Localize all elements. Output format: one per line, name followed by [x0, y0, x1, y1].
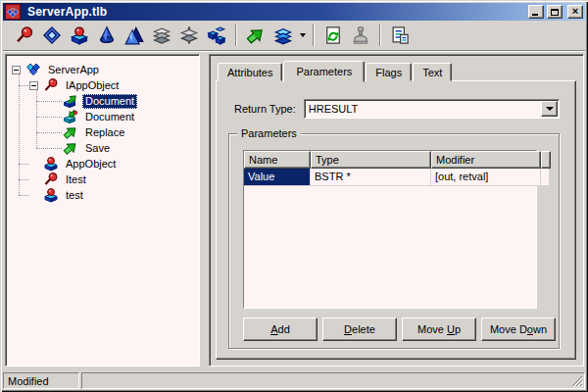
export-idl-button[interactable] [386, 23, 414, 48]
new-module-button[interactable] [203, 23, 230, 48]
tree-item-label: AppObject [63, 157, 119, 172]
parameters-tab-panel: Return Type: HRESULT Parameters Name Typ… [216, 80, 576, 360]
new-dispinterface-icon [42, 25, 62, 45]
main-area: ServerApp IAppObject Document Document R… [3, 51, 585, 368]
tree-item-document-propget[interactable]: Document [6, 93, 199, 109]
refresh-implementation-button[interactable] [319, 23, 347, 48]
column-header-type[interactable]: Type [311, 151, 431, 169]
return-type-value: HRESULT [305, 100, 540, 118]
status-modified-panel: Modified [3, 372, 79, 389]
window-title: ServerApp.tlb [27, 5, 525, 19]
interface-icon [43, 172, 59, 187]
column-header-modifier[interactable]: Modifier [431, 151, 541, 169]
return-type-label: Return Type: [234, 103, 296, 115]
tree-item-replace[interactable]: Replace [6, 124, 199, 140]
combobox-dropdown-button[interactable] [541, 101, 558, 117]
tab-text[interactable]: Text [413, 63, 452, 81]
status-bar: Modified [3, 369, 585, 389]
tree-item-itest[interactable]: Itest [6, 172, 199, 187]
tree-item-label: Replace [82, 125, 127, 140]
tab-parameters[interactable]: Parameters [283, 61, 365, 82]
typelib-tree: ServerApp IAppObject Document Document R… [5, 54, 200, 367]
interface-icon [43, 77, 59, 93]
application-window: ServerApp.tlb × Server [0, 0, 588, 392]
new-enum-button[interactable] [93, 23, 121, 48]
new-property-dropdown-button[interactable] [297, 23, 308, 48]
cell-modifier[interactable]: [out, retval] [431, 169, 541, 186]
minimize-icon [532, 14, 538, 16]
method-icon [63, 140, 78, 156]
chevron-down-icon [546, 107, 554, 111]
new-interface-icon [15, 25, 34, 45]
new-module-icon [207, 25, 226, 45]
new-interface-button[interactable] [11, 23, 38, 48]
tree-item-label: ServerApp [45, 63, 102, 77]
tree-item-document-propput[interactable]: Document [6, 109, 199, 124]
toolbar-separator [379, 24, 381, 46]
titlebar[interactable]: ServerApp.tlb × [3, 3, 585, 21]
property-get-icon [63, 93, 78, 109]
new-property-button[interactable] [270, 23, 297, 48]
new-record-button[interactable] [148, 23, 175, 48]
register-typelib-button[interactable] [347, 23, 374, 48]
tree-item-label: Document [82, 94, 137, 109]
groupbox-title: Parameters [237, 127, 301, 139]
tree-item-label: Document [82, 110, 137, 124]
add-button[interactable]: Add [243, 318, 318, 341]
new-method-icon [246, 25, 266, 45]
coclass-icon [43, 156, 59, 172]
refresh-icon [323, 25, 343, 45]
grid-header-row: Name Type Modifier [244, 151, 536, 169]
new-coclass-button[interactable] [66, 23, 93, 48]
new-property-icon [273, 25, 293, 45]
tree-item-serverapp[interactable]: ServerApp [6, 62, 199, 77]
table-row[interactable]: Value BSTR * [out, retval] [244, 169, 536, 186]
tab-control: Attributes Parameters Flags Text Return … [216, 60, 576, 360]
collapse-expander-icon[interactable] [12, 66, 21, 74]
collapse-expander-icon[interactable] [29, 81, 38, 90]
cell-type[interactable]: BSTR * [311, 169, 431, 186]
new-dispinterface-button[interactable] [38, 23, 66, 48]
maximize-button[interactable] [547, 5, 563, 19]
new-union-button[interactable] [175, 23, 203, 48]
tree-item-label: test [63, 188, 86, 203]
status-message-panel [81, 372, 585, 389]
close-button[interactable]: × [567, 5, 583, 19]
register-stamp-icon [351, 25, 370, 45]
close-icon: × [572, 6, 578, 17]
new-alias-icon [124, 25, 144, 45]
grid-button-row: Add Delete Move Up Move Down [243, 318, 556, 341]
tree-item-save[interactable]: Save [6, 140, 199, 156]
pane-splitter[interactable] [200, 54, 209, 367]
tree-item-label: Save [82, 141, 113, 156]
column-header-filler [541, 151, 551, 169]
new-alias-button[interactable] [121, 23, 148, 48]
new-union-icon [179, 25, 199, 45]
new-coclass-icon [70, 25, 89, 45]
tab-attributes[interactable]: Attributes [218, 63, 282, 81]
resize-grip[interactable] [571, 375, 584, 388]
return-type-combobox[interactable]: HRESULT [304, 99, 560, 119]
minimize-button[interactable] [528, 5, 544, 19]
tree-item-test[interactable]: test [6, 187, 199, 203]
cell-name[interactable]: Value [244, 169, 311, 186]
toolbar [3, 21, 585, 51]
toolbar-separator [313, 24, 315, 46]
column-header-name[interactable]: Name [244, 151, 311, 169]
new-method-button[interactable] [242, 23, 270, 48]
move-down-button[interactable]: Move Down [481, 318, 556, 341]
move-up-button[interactable]: Move Up [402, 318, 476, 341]
tree-item-appobject[interactable]: AppObject [6, 156, 199, 172]
tree-item-label: Itest [63, 172, 89, 187]
coclass-icon [43, 187, 59, 203]
parameters-groupbox: Parameters Name Type Modifier Value BSTR… [228, 133, 560, 349]
new-enum-icon [97, 25, 117, 45]
app-icon[interactable] [5, 4, 21, 20]
export-document-icon [390, 25, 410, 45]
toolbar-separator [235, 24, 237, 46]
typelib-icon [25, 62, 41, 77]
property-put-icon [63, 109, 78, 124]
delete-button[interactable]: Delete [322, 318, 397, 341]
tab-flags[interactable]: Flags [366, 63, 412, 81]
tree-item-iappobject[interactable]: IAppObject [6, 77, 199, 93]
